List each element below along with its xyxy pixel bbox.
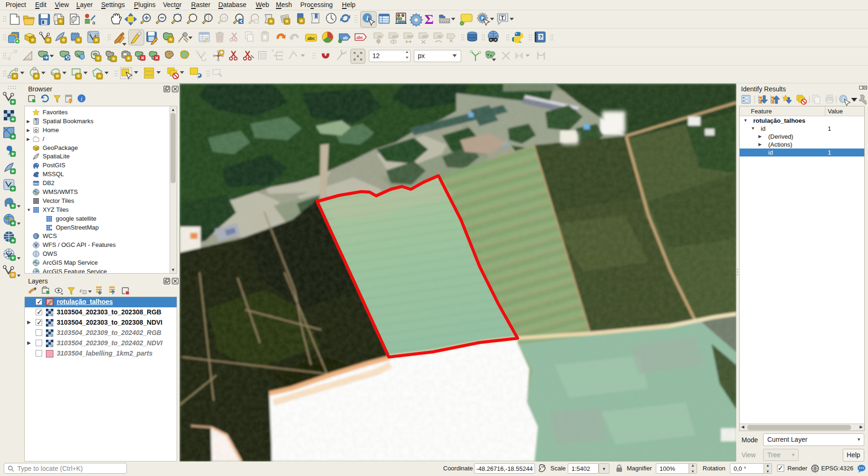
svg-text:✳: ✳ [10, 272, 15, 278]
svg-text:ab: ab [438, 34, 442, 38]
svg-text:abc: abc [422, 34, 428, 38]
svg-text:DB2: DB2 [33, 182, 39, 185]
svg-text:1:1: 1:1 [222, 16, 226, 20]
svg-text:i: i [81, 95, 82, 102]
svg-text:ab: ab [343, 36, 348, 40]
svg-text:a: a [92, 20, 96, 25]
svg-text:ab: ab [378, 34, 382, 38]
svg-text:Σ: Σ [424, 11, 434, 27]
svg-text:abc: abc [407, 34, 413, 38]
svg-text:abc: abc [356, 35, 364, 40]
svg-text:abc: abc [392, 34, 398, 38]
svg-text:12: 12 [372, 52, 380, 60]
svg-text:T: T [501, 15, 504, 21]
svg-text:ε: ε [80, 287, 82, 294]
svg-text:?: ? [539, 34, 542, 40]
svg-text:px: px [418, 52, 425, 60]
